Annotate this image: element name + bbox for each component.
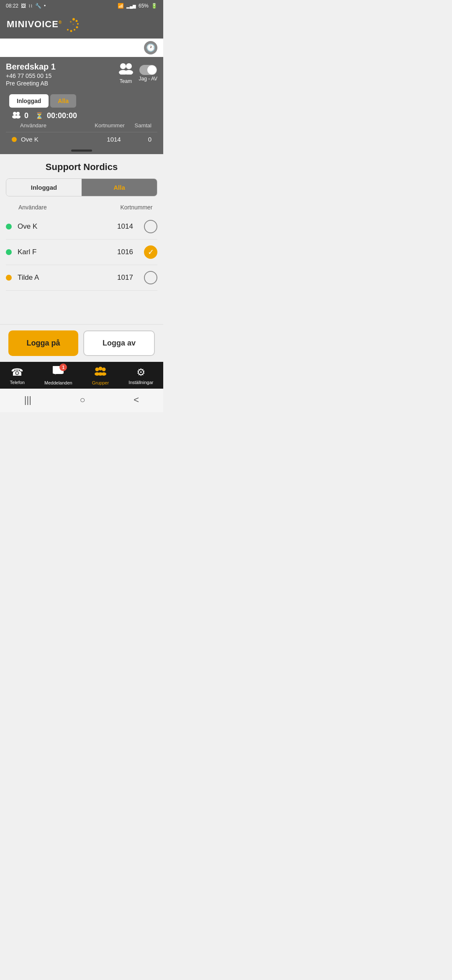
back-button[interactable]: < [125,393,147,407]
col-header-short: Kortnummer [93,122,126,129]
user-list: Ove K 1014 Karl F 1016 ✓ Tilde A 1017 [0,214,163,291]
wifi-icon: 📶 [118,3,124,9]
radio-selected[interactable]: ✓ [144,245,157,259]
status-dot-orange [6,275,12,281]
groups-icon [94,366,107,379]
sheet-tab-inloggad[interactable]: Inloggad [6,179,82,196]
svg-point-13 [13,112,16,115]
nav-item-grupper[interactable]: Grupper [92,366,109,385]
nav-item-meddelanden[interactable]: 1 Meddelanden [44,366,72,385]
toggle-switch[interactable] [139,65,157,75]
queue-company: Pre Greeting AB [6,80,117,87]
tab-alla-queue[interactable]: Alla [50,94,76,108]
nav-label-telefon: Telefon [10,380,25,385]
radio-unselected[interactable] [144,220,157,233]
svg-point-19 [98,367,102,371]
user-short: 1016 [106,248,144,256]
partial-user-name: Ove K [21,136,97,143]
status-left: 08:22 🖼 ⌇⌇ 🔧 • [6,3,46,9]
status-dot-orange [12,137,17,142]
svg-point-2 [77,23,79,25]
signal-icon: ▂▄▆ [126,4,136,8]
timer-icon: ⏳ [35,112,44,120]
queue-count: 0 [24,111,28,120]
svg-point-3 [76,26,78,28]
users-stats-icon [12,111,21,121]
status-right: 📶 ▂▄▆ 65% 🔋 [118,3,157,9]
team-label: Team [120,78,132,84]
jag-toggle[interactable]: Jag - AV [139,65,157,82]
svg-point-23 [101,372,106,376]
partial-user-calls: 0 [131,136,152,143]
svg-point-5 [70,30,72,32]
signal-alt-icon: ⌇⌇ [28,4,33,8]
clock-bar: 🕐 [0,39,163,57]
groups-svg-icon [94,366,107,376]
list-item: Karl F 1016 ✓ [6,240,157,265]
list-spacer [0,291,163,324]
user-name: Tilde A [18,273,106,282]
bottom-nav: ☎ Telefon 1 Meddelanden Grupper ⚙ [0,362,163,389]
phone-icon: ☎ [11,366,23,378]
svg-point-20 [102,368,105,371]
status-dot-green [6,224,12,230]
sheet-tab-alla[interactable]: Alla [82,179,157,196]
nav-item-telefon[interactable]: ☎ Telefon [10,366,25,385]
logout-button[interactable]: Logga av [83,330,155,356]
system-nav: ||| ○ < [0,389,163,412]
partial-user-short: 1014 [97,136,131,143]
nav-label-installningar: Inställningar [128,380,153,385]
col-header-calls: Samtal [126,122,152,129]
status-time: 08:22 [6,3,18,9]
drag-handle[interactable] [6,146,157,154]
nav-label-meddelanden: Meddelanden [44,380,72,385]
users-icon [12,111,21,119]
nav-item-installningar[interactable]: ⚙ Inställningar [128,366,153,385]
svg-point-9 [120,63,126,69]
photo-icon: 🖼 [21,3,26,9]
user-name: Karl F [18,248,106,256]
action-buttons: Logga på Logga av [0,324,163,362]
dot-icon: • [44,3,46,9]
queue-info: Beredskap 1 +46 77 055 00 15 Pre Greetin… [6,62,117,91]
svg-point-0 [72,18,75,21]
user-short: 1017 [106,273,144,282]
sheet-title: Support Nordics [0,154,163,178]
team-svg-icon [117,62,135,75]
settings-icon: ⚙ [136,366,146,378]
home-button[interactable]: ○ [72,393,94,407]
battery-text: 65% [139,3,149,9]
svg-point-6 [67,29,69,31]
svg-point-10 [126,63,132,69]
logo-registered: ® [59,20,62,25]
list-item: Ove K 1014 [6,214,157,240]
radio-unselected[interactable] [144,271,157,284]
sheet-col-user: Användare [6,204,116,211]
partial-user-row: Ove K 1014 0 [6,132,157,146]
recent-apps-button[interactable]: ||| [16,393,40,407]
toggle-knob [147,65,157,75]
clock-icon[interactable]: 🕐 [144,41,157,54]
queue-title: Beredskap 1 [6,62,117,72]
svg-point-4 [74,29,75,31]
logo-text: MINIVOICE® [7,19,62,30]
col-header-user: Användare [12,122,93,129]
app-header: MINIVOICE® [0,12,163,39]
team-button[interactable]: Team [117,62,135,84]
sheet-tabs: Inloggad Alla [6,178,157,196]
logo-dots-icon [62,16,79,33]
tab-inloggad-queue[interactable]: Inloggad [9,94,49,108]
battery-icon: 🔋 [151,3,157,9]
team-icon [117,62,135,77]
svg-point-14 [16,112,20,115]
messages-icon: 1 [53,366,64,379]
nav-label-grupper: Grupper [92,380,109,385]
login-button[interactable]: Logga på [8,330,78,356]
svg-point-16 [15,115,21,119]
queue-controls: Team Jag - AV [117,62,157,84]
team-toggle-row: Team Jag - AV [117,62,157,84]
drag-bar [71,150,92,152]
user-name: Ove K [18,222,106,231]
jag-label: Jag - AV [139,76,157,82]
queue-col-headers: Användare Kortnummer Samtal [6,121,157,132]
